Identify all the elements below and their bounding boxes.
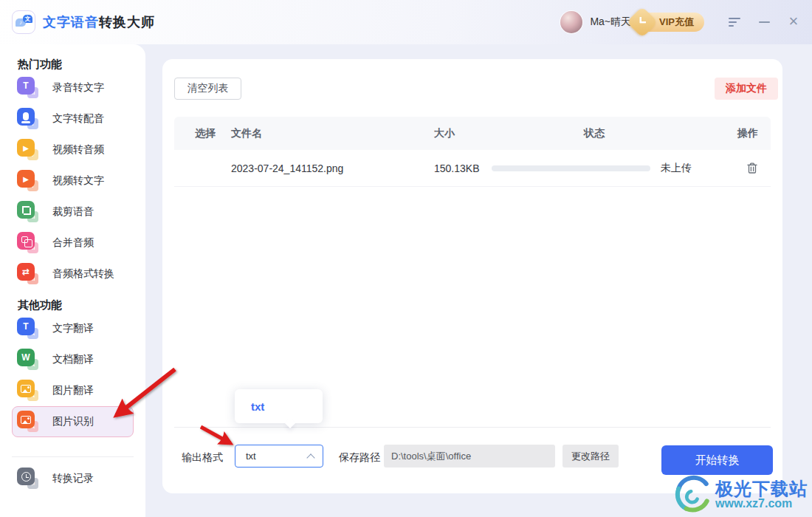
app-logo-icon: ♪ 文 <box>12 10 35 34</box>
image-icon: A <box>17 377 45 404</box>
letter-t-icon: ılı T <box>17 75 45 101</box>
col-header-action: 操作 <box>737 127 771 140</box>
table-row: 2023-07-24_141152.png 150.13KB 未上传 <box>174 150 771 187</box>
crop-icon: ılı <box>17 199 45 225</box>
sidebar-section-hot: 热门功能 <box>0 56 145 72</box>
app-title: 文字语音转换大师 <box>43 13 155 31</box>
bottom-controls: 输出格式 txt 保存路径 D:\tools\桌面\office 更改路径 开始… <box>162 445 782 478</box>
sidebar-item-text-translate[interactable]: A T 文字翻译 <box>12 313 134 344</box>
clock-icon: ⇄ <box>17 465 45 492</box>
sidebar-item-audio-to-text[interactable]: ılı T 录音转文字 <box>12 72 134 103</box>
save-path-label: 保存路径 <box>339 451 380 465</box>
sidebar-item-text-to-speech[interactable]: T 文字转配音 <box>12 103 134 134</box>
file-size: 150.13KB <box>434 162 492 174</box>
copy-icon: ılı <box>17 230 45 256</box>
chevron-up-icon <box>306 453 314 462</box>
site-logo-icon <box>672 474 714 516</box>
sidebar-item-video-to-text[interactable]: T ▶ 视频转文字 <box>12 165 134 196</box>
table-header-row: 选择 文件名 大小 状态 操作 <box>174 117 771 150</box>
close-icon: × <box>789 13 799 30</box>
trash-icon <box>746 162 758 174</box>
sidebar-section-other: 其他功能 <box>0 297 145 313</box>
upload-progress-bar <box>492 165 650 171</box>
swap-arrows-icon: ılı ⇄ <box>17 261 45 287</box>
close-button[interactable]: × <box>785 14 802 30</box>
clear-list-button[interactable]: 清空列表 <box>174 78 241 100</box>
play-icon: T ▶ <box>17 168 45 194</box>
status-text: 未上传 <box>661 162 692 175</box>
divider <box>174 427 771 428</box>
username: Ma~晴天 <box>590 16 631 29</box>
letter-t-icon: A T <box>17 315 45 342</box>
sidebar-item-merge-audio[interactable]: ılı 合并音频 <box>12 227 134 258</box>
file-table: 选择 文件名 大小 状态 操作 2023-07-24_141152.png 15… <box>174 117 771 187</box>
sidebar-divider <box>12 456 134 457</box>
hamburger-menu-icon <box>729 18 740 27</box>
delete-button[interactable] <box>746 162 758 174</box>
minimize-button[interactable] <box>756 14 772 30</box>
sidebar-item-audio-format-convert[interactable]: ılı ⇄ 音频格式转换 <box>12 258 134 290</box>
sidebar-item-trim-audio[interactable]: ılı 裁剪语音 <box>12 196 134 227</box>
sidebar-item-video-to-audio[interactable]: ♪ ▶ 视频转音频 <box>12 134 134 165</box>
output-format-label: 输出格式 <box>182 451 223 465</box>
avatar[interactable] <box>560 11 582 33</box>
vip-diamond-icon <box>627 7 658 38</box>
letter-w-icon: A W <box>17 346 45 373</box>
add-file-button[interactable]: 添加文件 <box>715 78 778 100</box>
output-format-select[interactable]: txt <box>235 445 323 468</box>
col-header-status: 状态 <box>584 127 737 140</box>
image-icon: A <box>17 408 45 435</box>
site-name: 极光下载站 <box>715 479 808 498</box>
speech-bubble-text-icon: 文 <box>23 15 32 23</box>
site-url: www.xz7.com <box>715 498 808 510</box>
site-watermark: 极光下载站 www.xz7.com <box>672 474 808 516</box>
menu-button[interactable] <box>726 14 743 30</box>
col-header-filename: 文件名 <box>231 127 434 140</box>
main-panel: 清空列表 添加文件 选择 文件名 大小 状态 操作 2023-07-24_141… <box>162 59 782 493</box>
sidebar-item-image-ocr[interactable]: A 图片识别 <box>12 406 134 437</box>
col-header-size: 大小 <box>434 127 584 140</box>
sidebar-item-doc-translate[interactable]: A W 文档翻译 <box>12 344 134 375</box>
save-path-input[interactable]: D:\tools\桌面\office <box>384 445 555 468</box>
dropdown-option-txt[interactable]: txt <box>251 400 264 413</box>
col-header-select: 选择 <box>195 127 231 140</box>
title-bar: ♪ 文 文字语音转换大师 Ma~晴天 VIP充值 × <box>0 0 812 44</box>
format-dropdown-popup: txt <box>235 389 323 423</box>
vip-recharge-button[interactable]: VIP充值 <box>643 13 704 32</box>
change-path-button[interactable]: 更改路径 <box>562 445 619 468</box>
start-convert-button[interactable]: 开始转换 <box>661 445 773 475</box>
mic-icon: T <box>17 106 45 132</box>
play-icon: ♪ ▶ <box>17 137 45 163</box>
sidebar-item-history[interactable]: ⇄ 转换记录 <box>12 463 134 494</box>
file-name: 2023-07-24_141152.png <box>231 162 434 174</box>
minimize-icon <box>759 21 770 23</box>
sidebar: 热门功能 ılı T 录音转文字 T 文字转配音 ♪ ▶ 视频转音频 T ▶ 视… <box>0 44 145 517</box>
sidebar-item-image-translate[interactable]: A 图片翻译 <box>12 375 134 406</box>
